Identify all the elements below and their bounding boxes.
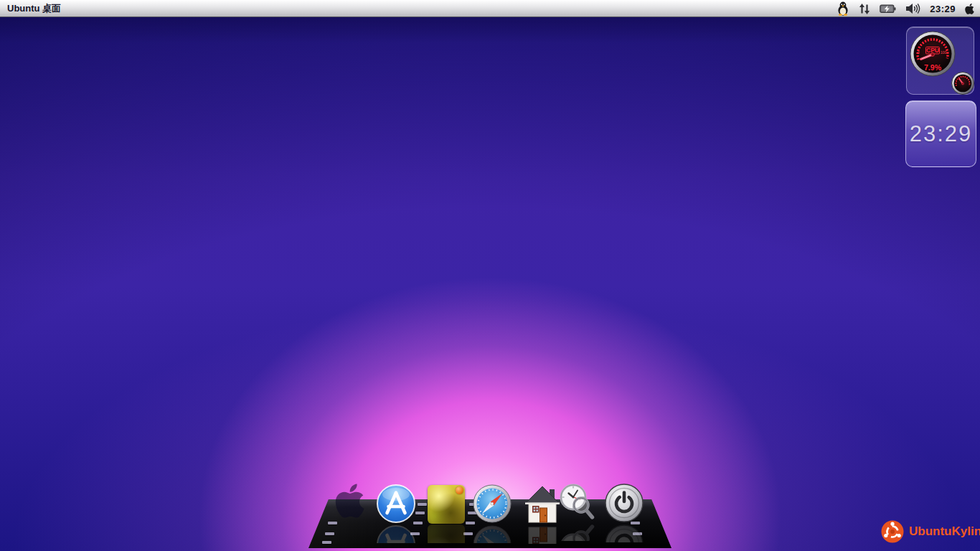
dock-item-app-store[interactable] xyxy=(376,484,416,524)
volume-icon[interactable] xyxy=(905,0,920,17)
dock-reflection xyxy=(428,524,465,543)
dock-item-clock-search[interactable] xyxy=(556,481,596,522)
digital-clock-widget[interactable]: 23:29 xyxy=(905,100,976,167)
dock-reflection xyxy=(376,524,416,543)
ubuntukylin-branding: UbuntuKylin xyxy=(880,519,980,544)
svg-text:0: 0 xyxy=(918,50,920,55)
menu-bar: Ubuntu 桌面 xyxy=(0,0,980,17)
cpu-gauge-icon: 0 100 CPU 7.9% xyxy=(909,30,956,77)
shelf-dash xyxy=(415,512,425,514)
system-tray: 23:29 xyxy=(837,0,976,17)
dock-reflection xyxy=(472,524,512,543)
shelf-dash xyxy=(322,541,331,544)
secondary-gauge-icon xyxy=(951,71,975,95)
battery-charging-icon[interactable] xyxy=(880,0,896,17)
power-icon xyxy=(604,483,644,523)
apple-shadow-icon xyxy=(334,481,370,520)
svg-text:7.9%: 7.9% xyxy=(924,63,942,72)
linux-penguin-icon[interactable] xyxy=(837,0,849,17)
shelf-dash xyxy=(328,522,337,524)
svg-text:100: 100 xyxy=(941,50,947,55)
clock-search-icon xyxy=(556,481,596,522)
network-arrows-icon[interactable] xyxy=(859,0,870,17)
shelf-dash xyxy=(418,503,427,506)
shelf-dash xyxy=(325,532,334,535)
dock-reflection xyxy=(604,524,644,542)
dock-item-apple-shadow xyxy=(334,481,374,520)
desktop-wallpaper xyxy=(0,0,980,551)
menubar-clock[interactable]: 23:29 xyxy=(930,0,956,17)
dock-item-power[interactable] xyxy=(604,483,644,523)
clock-widget-time: 23:29 xyxy=(910,121,973,147)
safari-compass-icon xyxy=(472,484,512,524)
ubuntukylin-logo-text: UbuntuKylin xyxy=(909,524,980,539)
apple-logo-icon[interactable] xyxy=(965,0,976,17)
cpu-meter-widget[interactable]: 0 100 CPU 7.9% xyxy=(906,27,974,95)
app-store-icon xyxy=(376,484,416,524)
dock-item-safari[interactable] xyxy=(472,484,512,524)
dock xyxy=(308,499,672,548)
active-app-title: Ubuntu 桌面 xyxy=(7,2,61,15)
ubuntukylin-logo-icon xyxy=(880,519,905,544)
dock-item-yellow-app[interactable] xyxy=(428,485,468,524)
yellow-app-icon xyxy=(428,485,465,524)
dock-reflection xyxy=(556,522,596,541)
